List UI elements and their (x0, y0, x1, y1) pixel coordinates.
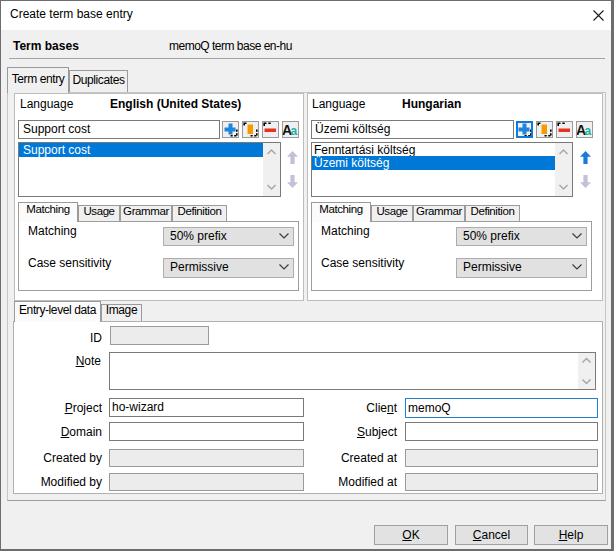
svg-text:a: a (585, 124, 592, 137)
svg-text:a: a (291, 124, 298, 137)
